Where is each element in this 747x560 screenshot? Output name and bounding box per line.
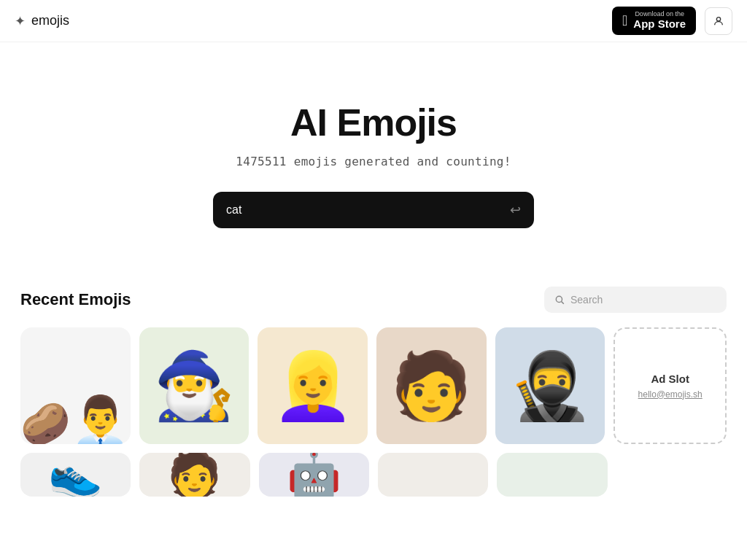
emoji-card-yoda[interactable]: 🧙‍♂️ [139,327,249,444]
svg-point-0 [716,17,720,20]
emoji-grid: 🥔 👨‍💼 🧙‍♂️ 👱‍♀️ 🧑 🥷 Ad Slot hello@emojis… [20,327,727,444]
header-right:  Download on the App Store [612,7,732,35]
emoji-bald-man: 👨‍💼 [71,397,130,444]
emoji-sad-potato: 🥔 [20,404,71,444]
recent-search-bar[interactable] [544,287,727,313]
ad-slot-email[interactable]: hello@emojis.sh [638,389,703,400]
emoji-grid-bottom: 👟 🧑 🤖 [20,453,727,497]
recent-search-input[interactable] [570,294,716,306]
search-icon [554,295,565,305]
header: ✦ emojis  Download on the App Store [0,0,747,42]
emoji-partial-3: 🤖 [287,453,341,497]
emoji-card-brown-hair-man[interactable]: 🧑 [376,327,487,444]
emoji-card-blonde-woman[interactable]: 👱‍♀️ [258,327,368,444]
emoji-naruto: 🥷 [509,353,591,419]
partial-spacer [616,453,727,497]
hero-subtitle: 1475511 emojis generated and counting! [236,155,511,168]
app-store-button[interactable]:  Download on the App Store [612,7,696,35]
logo-text: emojis [31,13,69,28]
svg-point-1 [556,296,562,302]
hero-search-bar[interactable]: ↩ [213,192,534,228]
emoji-card-partial-4[interactable] [378,453,488,497]
emoji-brown-hair-man: 🧑 [390,353,472,419]
sparkle-icon: ✦ [15,13,26,29]
user-icon [713,15,724,27]
emoji-card-partial-2[interactable]: 🧑 [139,453,249,497]
emoji-card-potato-bald[interactable]: 🥔 👨‍💼 [20,327,131,444]
app-store-label: App Store [633,18,686,31]
enter-icon: ↩ [510,202,521,218]
emoji-yoda: 🧙‍♂️ [153,353,235,419]
recent-title: Recent Emojis [20,290,131,309]
app-store-text-group: Download on the App Store [633,11,686,31]
emoji-card-partial-5[interactable] [497,453,607,497]
emoji-card-partial-1[interactable]: 👟 [20,453,131,497]
emoji-blonde-woman: 👱‍♀️ [272,353,354,419]
user-account-button[interactable] [705,7,732,35]
ad-slot-title: Ad Slot [651,373,689,385]
hero-section: AI Emojis 1475511 emojis generated and c… [0,42,747,272]
svg-line-2 [562,302,564,304]
hero-title: AI Emojis [290,101,457,144]
recent-section: Recent Emojis 🥔 👨‍💼 🧙‍♂️ 👱‍♀️ 🧑 [0,272,747,511]
ad-slot-card: Ad Slot hello@emojis.sh [614,327,727,444]
emoji-partial-1: 👟 [48,453,103,497]
emoji-card-partial-3[interactable]: 🤖 [259,453,369,497]
emoji-card-naruto[interactable]: 🥷 [495,327,605,444]
hero-search-input[interactable] [226,203,504,217]
recent-header: Recent Emojis [20,287,727,313]
logo-area: ✦ emojis [15,13,69,29]
emoji-partial-2: 🧑 [167,453,222,497]
apple-icon:  [622,12,627,29]
download-on-label: Download on the [633,11,686,18]
